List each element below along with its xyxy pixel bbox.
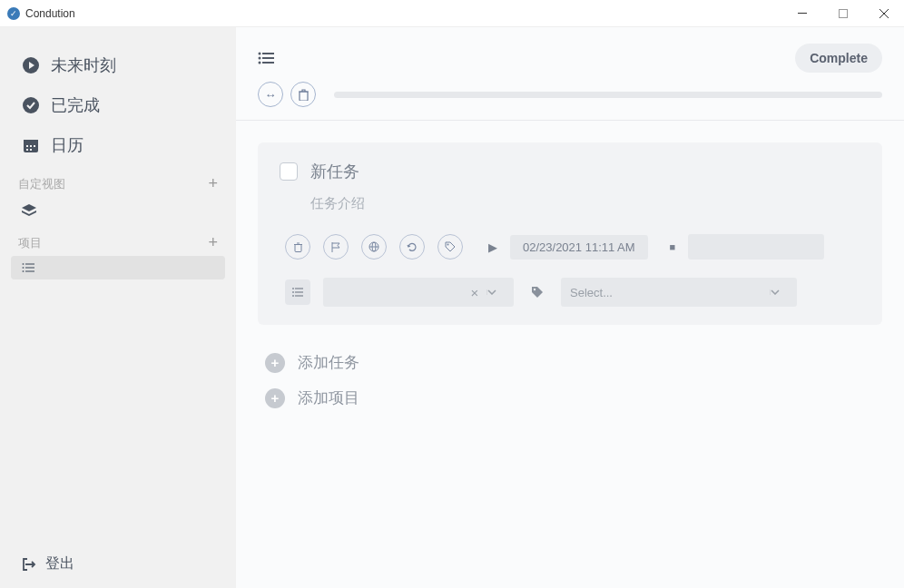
svg-rect-14: [25, 267, 34, 268]
svg-rect-12: [25, 263, 34, 264]
svg-point-17: [259, 53, 261, 55]
svg-point-11: [23, 263, 25, 265]
globe-icon: [368, 241, 379, 252]
progress-bar: [334, 92, 882, 98]
project-header-icon: [258, 52, 274, 64]
nav-completed[interactable]: 已完成: [13, 85, 223, 125]
svg-rect-0: [798, 13, 807, 14]
add-project-inline-button[interactable]: + 添加项目: [265, 380, 875, 416]
trash-icon: [294, 242, 302, 252]
task-tag-button[interactable]: [437, 234, 463, 260]
tag-icon: [530, 285, 545, 299]
svg-point-30: [292, 291, 294, 293]
task-checkbox[interactable]: [280, 162, 298, 181]
svg-rect-8: [34, 145, 35, 147]
chevron-down-icon[interactable]: [770, 289, 797, 295]
divider: [236, 120, 904, 121]
projects-section-header: 项目 +: [0, 224, 236, 256]
section-label: 项目: [18, 235, 42, 251]
svg-point-13: [23, 267, 25, 269]
play-circle-icon: [22, 57, 40, 74]
svg-point-19: [259, 57, 261, 60]
svg-rect-16: [25, 270, 34, 271]
logout-button[interactable]: 登出: [0, 540, 236, 588]
svg-point-27: [447, 244, 449, 246]
nav-calendar[interactable]: 日历: [13, 125, 223, 165]
logout-label: 登出: [45, 554, 74, 573]
svg-point-3: [23, 97, 39, 113]
start-date-input[interactable]: 02/23/2021 11:11 AM: [510, 235, 648, 260]
arrows-icon: ↔: [265, 88, 277, 102]
tag-dropdown[interactable]: Select...: [561, 278, 797, 307]
task-delete-button[interactable]: [285, 234, 310, 260]
svg-point-28: [292, 288, 294, 289]
nav-upcoming[interactable]: 未来时刻: [13, 45, 223, 85]
plus-circle-icon: +: [265, 353, 285, 373]
list-icon: [22, 263, 214, 272]
sidebar: 未来时刻 已完成 日历 自定视图 +: [0, 27, 236, 588]
svg-rect-22: [262, 62, 274, 64]
chevron-down-icon[interactable]: [486, 289, 514, 295]
logout-icon: [22, 557, 36, 572]
tag-icon: [445, 241, 456, 252]
repeat-icon: [407, 241, 418, 252]
add-task-button[interactable]: + 添加任务: [265, 345, 875, 380]
app-icon: ✓: [7, 7, 20, 20]
task-globe-button[interactable]: [361, 234, 387, 260]
close-button[interactable]: [863, 0, 904, 27]
add-task-label: 添加任务: [298, 352, 359, 373]
main-content: Complete ↔ 新任务 任务介绍: [236, 27, 904, 588]
move-button[interactable]: ↔: [258, 82, 283, 107]
subtask-list-button[interactable]: [285, 279, 310, 305]
list-icon: [292, 288, 303, 297]
svg-rect-9: [26, 149, 28, 151]
stop-icon: ■: [670, 241, 676, 252]
custom-view-section-header: 自定视图 +: [0, 165, 236, 197]
nav-label: 日历: [51, 134, 84, 156]
section-label: 自定视图: [18, 176, 65, 192]
svg-rect-29: [295, 288, 303, 289]
window-title: Condution: [25, 7, 75, 20]
window-titlebar: ✓ Condution: [0, 0, 904, 27]
check-circle-icon: [22, 97, 40, 113]
nav-label: 未来时刻: [51, 54, 116, 76]
custom-view-item[interactable]: [0, 197, 236, 224]
calendar-icon: [22, 137, 40, 153]
svg-rect-33: [295, 295, 303, 296]
svg-rect-20: [262, 57, 274, 59]
project-item[interactable]: [11, 256, 225, 279]
svg-rect-31: [295, 291, 303, 292]
svg-rect-18: [262, 53, 274, 54]
svg-rect-24: [295, 244, 301, 251]
flag-icon: [331, 242, 340, 252]
add-project-button[interactable]: +: [208, 233, 218, 252]
layers-icon: [22, 204, 214, 217]
complete-button[interactable]: Complete: [795, 44, 882, 73]
end-date-input[interactable]: [688, 234, 824, 260]
svg-rect-5: [24, 140, 38, 143]
task-title-input[interactable]: 新任务: [310, 161, 359, 182]
add-project-label: 添加项目: [298, 387, 359, 408]
svg-rect-1: [839, 9, 847, 17]
svg-point-32: [292, 295, 294, 297]
svg-point-15: [23, 270, 25, 272]
task-repeat-button[interactable]: [399, 234, 425, 260]
svg-rect-6: [26, 145, 28, 147]
tag-dropdown-input[interactable]: Select...: [561, 286, 770, 299]
nav-label: 已完成: [51, 94, 100, 116]
trash-icon: [299, 89, 309, 101]
minimize-button[interactable]: [781, 0, 822, 27]
svg-rect-23: [300, 92, 308, 101]
delete-button[interactable]: [290, 82, 316, 107]
svg-point-34: [534, 289, 536, 290]
task-description-input[interactable]: 任务介绍: [310, 195, 860, 212]
clear-icon[interactable]: ×: [463, 285, 486, 300]
svg-rect-7: [30, 145, 32, 147]
svg-rect-10: [30, 149, 32, 151]
add-custom-view-button[interactable]: +: [208, 174, 218, 193]
plus-circle-icon: +: [265, 388, 285, 408]
project-dropdown[interactable]: ×: [323, 278, 514, 307]
svg-point-21: [259, 62, 261, 64]
maximize-button[interactable]: [822, 0, 863, 27]
task-flag-button[interactable]: [323, 234, 349, 260]
